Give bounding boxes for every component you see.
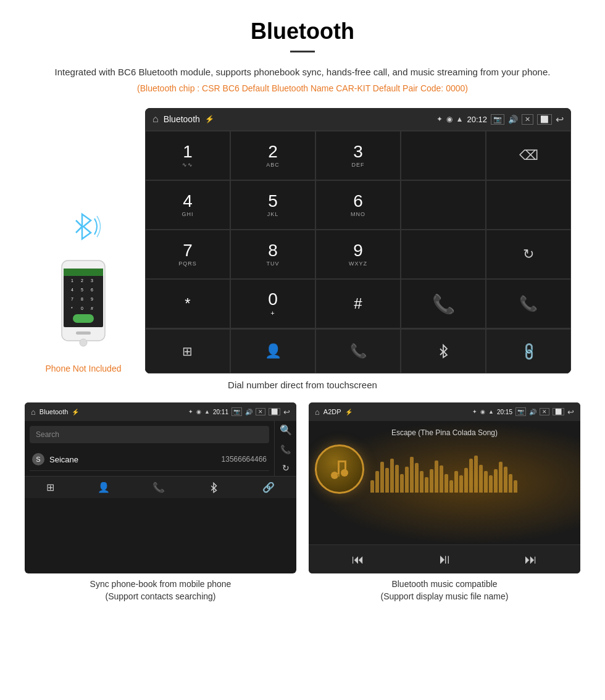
tech-specs: (Bluetooth chip : CSR BC6 Default Blueto… xyxy=(25,83,580,93)
contact-number: 13566664466 xyxy=(222,455,267,464)
pb-main-area: Search S Seicane 13566664466 xyxy=(25,421,274,476)
music-time: 20:15 xyxy=(497,409,512,415)
svg-text:5: 5 xyxy=(81,288,83,292)
usb-icon: ⚡ xyxy=(205,115,214,123)
pb-search-bar[interactable]: Search xyxy=(30,426,269,443)
music-caption: Bluetooth music compatible (Support disp… xyxy=(309,578,580,602)
signal-icon: ▲ xyxy=(456,115,464,123)
screen-icon[interactable]: ⬜ xyxy=(537,114,552,125)
dial-link-icon[interactable]: 🔗 xyxy=(486,329,571,373)
music-note-icon xyxy=(327,457,352,481)
dial-empty-1 xyxy=(401,131,486,180)
bottom-screenshots: ⌂ Bluetooth ⚡ ✦ ◉ ▲ 20:11 📷 🔊 ✕ ⬜ ↩ xyxy=(25,402,580,602)
phone-device-icon: 123 456 789 *0# xyxy=(52,257,114,356)
svg-text:0: 0 xyxy=(81,306,83,310)
music-home-icon[interactable]: ⌂ xyxy=(315,407,320,417)
camera-icon[interactable]: 📷 xyxy=(491,114,504,125)
pb-link-bottom-icon[interactable]: 🔗 xyxy=(262,481,275,493)
pb-phone-bottom-icon[interactable]: 📞 xyxy=(152,481,165,493)
bluetooth-signal-icon xyxy=(65,205,102,248)
pb-person-icon[interactable]: 👤 xyxy=(98,481,110,493)
pb-sync-icon[interactable]: ↻ xyxy=(282,463,290,473)
bluetooth-icon xyxy=(436,344,451,359)
dial-bottom-row: ⊞ 👤 📞 🔗 xyxy=(145,328,571,373)
pb-close-icon[interactable]: ✕ xyxy=(256,408,265,415)
home-icon[interactable]: ⌂ xyxy=(152,114,159,125)
pb-screen-icon[interactable]: ⬜ xyxy=(269,408,280,415)
close-icon[interactable]: ✕ xyxy=(522,114,533,125)
music-screenshot: ⌂ A2DP ⚡ ✦ ◉ ▲ 20:15 📷 🔊 ✕ ⬜ ↩ xyxy=(309,402,580,602)
svg-text:9: 9 xyxy=(91,297,93,301)
phonebook-frame: ⌂ Bluetooth ⚡ ✦ ◉ ▲ 20:11 📷 🔊 ✕ ⬜ ↩ xyxy=(25,402,296,573)
volume-icon[interactable]: 🔊 xyxy=(508,115,518,124)
svg-text:#: # xyxy=(91,306,93,310)
music-controls: ⏮ ⏯ ⏭ xyxy=(309,544,580,573)
eq-bar xyxy=(454,471,458,493)
pb-bluetooth-bottom-icon[interactable] xyxy=(208,482,219,493)
phone-not-included-label: Phone Not Included xyxy=(46,364,122,373)
pb-phone-icon[interactable]: 📞 xyxy=(280,444,291,454)
pb-home-icon[interactable]: ⌂ xyxy=(31,407,36,417)
pb-volume-icon[interactable]: 🔊 xyxy=(245,409,252,415)
dial-key-0[interactable]: 0 + xyxy=(230,279,315,328)
eq-bar xyxy=(499,462,503,493)
svg-rect-22 xyxy=(344,460,346,475)
music-content: Escape (The Pina Colada Song) xyxy=(309,421,580,500)
dial-screen: ⌂ Bluetooth ⚡ ✦ ◉ ▲ 20:12 📷 🔊 ✕ ⬜ ↩ xyxy=(145,108,571,373)
pb-camera-icon[interactable]: 📷 xyxy=(232,407,242,416)
dial-key-star[interactable]: * xyxy=(145,279,230,328)
dial-backspace[interactable]: ⌫ xyxy=(486,131,571,180)
music-next-icon[interactable]: ⏭ xyxy=(525,552,537,567)
dial-key-8[interactable]: 8 TUV xyxy=(230,230,315,279)
dial-key-1[interactable]: 1 ∿∿ xyxy=(145,131,230,180)
music-close-icon[interactable]: ✕ xyxy=(540,408,549,415)
dial-call-green[interactable]: 📞 xyxy=(401,279,486,328)
dial-key-hash[interactable]: # xyxy=(315,279,401,328)
dial-contacts-icon[interactable]: 👤 xyxy=(230,329,315,373)
eq-bar xyxy=(420,471,424,493)
svg-text:8: 8 xyxy=(81,297,83,301)
dial-key-4[interactable]: 4 GHI xyxy=(145,180,230,230)
music-play-pause-icon[interactable]: ⏯ xyxy=(438,551,451,567)
dial-grid-icon[interactable]: ⊞ xyxy=(145,329,230,373)
pb-loc-icon: ◉ xyxy=(196,409,201,415)
album-art xyxy=(315,444,364,494)
description: Integrated with BC6 Bluetooth module, su… xyxy=(25,65,580,80)
dial-phone-icon[interactable]: 📞 xyxy=(315,329,401,373)
contact-row[interactable]: S Seicane 13566664466 xyxy=(30,448,269,471)
dial-key-9[interactable]: 9 WXYZ xyxy=(315,230,401,279)
music-usb-icon: ⚡ xyxy=(345,409,353,415)
pb-back-icon[interactable]: ↩ xyxy=(283,407,290,417)
music-prev-icon[interactable]: ⏮ xyxy=(352,552,364,567)
main-screenshot-row: 123 456 789 *0# Phone Not Included xyxy=(25,108,580,373)
dial-refresh[interactable]: ↻ xyxy=(486,230,571,279)
topbar-time: 20:12 xyxy=(467,115,487,124)
title-divider xyxy=(290,51,315,52)
svg-point-23 xyxy=(337,474,340,477)
music-screen-icon[interactable]: ⬜ xyxy=(553,408,564,415)
music-body: Escape (The Pina Colada Song) xyxy=(309,421,580,544)
dial-key-7[interactable]: 7 PQRS xyxy=(145,230,230,279)
page-title: Bluetooth xyxy=(25,19,580,44)
music-volume-icon[interactable]: 🔊 xyxy=(529,409,536,415)
pb-bt-icon: ✦ xyxy=(188,409,193,415)
dial-call-red[interactable]: 📞 xyxy=(486,279,571,328)
back-icon[interactable]: ↩ xyxy=(556,114,564,125)
dial-key-6[interactable]: 6 MNO xyxy=(315,180,401,230)
dial-bluetooth-icon[interactable] xyxy=(401,329,486,373)
dial-key-5[interactable]: 5 JKL xyxy=(230,180,315,230)
music-back-icon[interactable]: ↩ xyxy=(567,407,574,417)
eq-bar xyxy=(449,480,453,493)
dial-key-2[interactable]: 2 ABC xyxy=(230,131,315,180)
dial-key-3[interactable]: 3 DEF xyxy=(315,131,401,180)
svg-text:*: * xyxy=(71,306,73,310)
svg-text:1: 1 xyxy=(71,278,73,283)
eq-bar xyxy=(425,477,428,493)
pb-grid-icon[interactable]: ⊞ xyxy=(46,481,54,493)
pb-search-icon[interactable]: 🔍 xyxy=(280,424,292,436)
music-caption-2: (Support display music file name) xyxy=(381,591,509,601)
bluetooth-status-icon: ✦ xyxy=(436,115,443,123)
music-camera-icon[interactable]: 📷 xyxy=(515,407,526,416)
svg-text:4: 4 xyxy=(71,288,73,292)
music-topbar-right: ✦ ◉ ▲ 20:15 📷 🔊 ✕ ⬜ ↩ xyxy=(472,407,574,417)
